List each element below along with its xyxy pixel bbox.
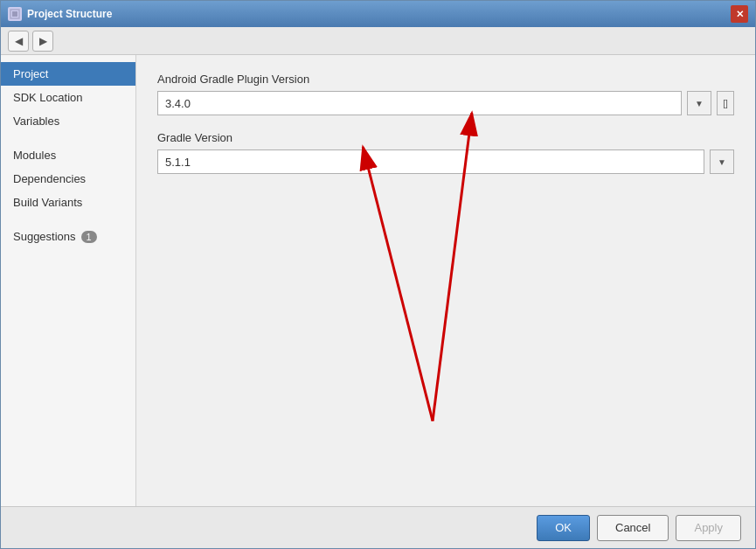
android-gradle-field-group: Android Gradle Plugin Version ▼ [] — [157, 73, 734, 115]
main-content: Project SDK Location Variables Modules D… — [1, 55, 755, 506]
cancel-button[interactable]: Cancel — [597, 515, 669, 541]
sidebar: Project SDK Location Variables Modules D… — [1, 55, 136, 506]
arrows-overlay — [136, 55, 755, 506]
project-structure-window: Project Structure ✕ ◀ ▶ Project SDK Loca… — [0, 0, 756, 549]
gradle-dropdown[interactable]: ▼ — [710, 149, 734, 174]
sidebar-item-build-variants[interactable]: Build Variants — [1, 191, 135, 214]
close-button[interactable]: ✕ — [731, 5, 748, 23]
android-gradle-dropdown[interactable]: ▼ — [687, 91, 711, 115]
android-gradle-field-btn[interactable]: [] — [717, 91, 734, 115]
gradle-row: ▼ — [157, 149, 734, 174]
android-gradle-input[interactable] — [157, 91, 682, 115]
forward-button[interactable]: ▶ — [32, 31, 53, 52]
svg-line-5 — [363, 147, 433, 420]
gradle-label: Gradle Version — [157, 131, 734, 144]
window-icon — [8, 7, 22, 21]
svg-rect-1 — [12, 11, 17, 17]
gradle-field-group: Gradle Version ▼ — [157, 131, 734, 174]
sidebar-item-dependencies[interactable]: Dependencies — [1, 167, 135, 191]
suggestions-label: Suggestions — [13, 230, 76, 243]
sidebar-divider-2 — [1, 214, 135, 225]
apply-button[interactable]: Apply — [676, 515, 741, 541]
android-gradle-label: Android Gradle Plugin Version — [157, 73, 734, 86]
suggestions-badge: 1 — [81, 231, 97, 243]
sidebar-item-project[interactable]: Project — [1, 62, 135, 86]
gradle-input[interactable] — [157, 149, 704, 174]
footer: OK Cancel Apply — [1, 506, 755, 548]
sidebar-item-suggestions[interactable]: Suggestions 1 — [1, 225, 135, 248]
window-title: Project Structure — [27, 8, 731, 20]
sidebar-divider-1 — [1, 133, 135, 143]
title-bar: Project Structure ✕ — [1, 1, 755, 27]
sidebar-item-sdk-location[interactable]: SDK Location — [1, 86, 135, 109]
content-area: Android Gradle Plugin Version ▼ [] Gradl… — [136, 55, 755, 506]
sidebar-item-modules[interactable]: Modules — [1, 143, 135, 167]
sidebar-item-variables[interactable]: Variables — [1, 109, 135, 133]
android-gradle-row: ▼ [] — [157, 91, 734, 115]
back-button[interactable]: ◀ — [8, 31, 29, 52]
ok-button[interactable]: OK — [537, 515, 590, 541]
toolbar: ◀ ▶ — [1, 27, 755, 55]
